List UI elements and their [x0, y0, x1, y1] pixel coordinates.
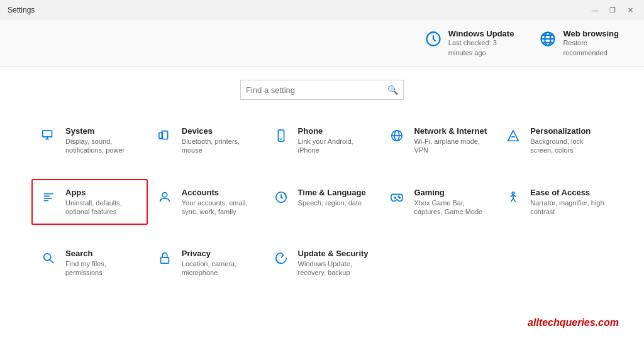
search-text: Search Find my files, permissions [65, 249, 140, 278]
header-strip: Windows Update Last checked: 3minutes ag… [0, 20, 644, 67]
time-language-icon [272, 189, 291, 208]
devices-text: Devices Bluetooth, printers, mouse [182, 126, 257, 155]
maximize-button[interactable]: ❐ [606, 4, 619, 16]
gaming-desc: Xbox Game Bar, captures, Game Mode [414, 198, 489, 217]
accounts-desc: Your accounts, email, sync, work, family [182, 198, 257, 217]
personalization-icon [504, 127, 523, 147]
update-security-title: Update & Security [298, 249, 373, 258]
ease-of-access-desc: Narrator, magnifier, high contrast [530, 198, 605, 217]
setting-time-language[interactable]: Time & Language Speech, region, date [264, 179, 380, 225]
phone-title: Phone [298, 126, 373, 136]
privacy-desc: Location, camera, microphone [182, 259, 257, 278]
ease-of-access-title: Ease of Access [530, 188, 605, 197]
windows-update-icon [425, 30, 442, 52]
setting-personalization[interactable]: Personalization Background, lock screen,… [496, 117, 613, 164]
system-icon [39, 127, 58, 147]
setting-update-security[interactable]: Update & Security Windows Update, recove… [264, 240, 380, 286]
svg-point-26 [399, 197, 400, 198]
ease-of-access-icon [504, 189, 523, 208]
window-title: Settings [8, 6, 35, 14]
main-content: 🔍 System Display, sound, notifications, … [0, 67, 644, 341]
search-icon: 🔍 [387, 85, 398, 95]
setting-privacy[interactable]: Privacy Location, camera, microphone [148, 240, 264, 286]
time-language-desc: Speech, region, date [298, 198, 366, 207]
svg-rect-30 [160, 257, 169, 263]
setting-ease-of-access[interactable]: Ease of Access Narrator, magnifier, high… [496, 179, 613, 225]
system-title: System [65, 126, 140, 136]
setting-devices[interactable]: Devices Bluetooth, printers, mouse [148, 117, 264, 164]
search-box[interactable]: 🔍 [240, 80, 404, 100]
svg-rect-6 [43, 131, 52, 137]
system-desc: Display, sound, notifications, power [65, 137, 140, 155]
setting-apps[interactable]: Apps Uninstall, defaults, optional featu… [31, 179, 148, 225]
title-bar: Settings — ❐ ✕ [0, 0, 644, 20]
apps-title: Apps [65, 188, 140, 197]
web-browsing-item[interactable]: Web browsing Restorerecommended [539, 29, 619, 58]
svg-line-29 [50, 260, 54, 264]
window-controls: — ❐ ✕ [589, 4, 636, 16]
web-browsing-text: Web browsing Restorerecommended [563, 29, 619, 58]
update-security-text: Update & Security Windows Update, recove… [298, 249, 373, 278]
network-title: Network & Internet [414, 126, 489, 136]
privacy-icon [155, 250, 174, 269]
gaming-title: Gaming [414, 188, 489, 197]
svg-point-21 [162, 192, 167, 197]
gaming-icon [387, 189, 406, 208]
phone-text: Phone Link your Android, iPhone [298, 126, 373, 155]
accounts-title: Accounts [182, 188, 257, 197]
apps-icon [39, 189, 58, 208]
personalization-text: Personalization Background, lock screen,… [530, 126, 605, 155]
personalization-title: Personalization [530, 126, 605, 136]
gaming-text: Gaming Xbox Game Bar, captures, Game Mod… [414, 188, 489, 217]
system-text: System Display, sound, notifications, po… [65, 126, 140, 155]
privacy-text: Privacy Location, camera, microphone [182, 249, 257, 278]
update-security-desc: Windows Update, recovery, backup [298, 259, 373, 278]
accounts-icon [155, 189, 174, 208]
svg-point-27 [512, 192, 514, 194]
windows-update-sublabel: Last checked: 3minutes ago [448, 38, 514, 58]
network-icon [387, 127, 406, 147]
setting-network[interactable]: Network & Internet Wi-Fi, airplane mode,… [380, 117, 496, 164]
update-security-icon [272, 250, 291, 269]
time-language-text: Time & Language Speech, region, date [298, 188, 366, 207]
accounts-text: Accounts Your accounts, email, sync, wor… [182, 188, 257, 217]
setting-phone[interactable]: Phone Link your Android, iPhone [264, 117, 380, 164]
devices-title: Devices [182, 126, 257, 136]
network-text: Network & Internet Wi-Fi, airplane mode,… [414, 126, 489, 155]
web-browsing-label: Web browsing [563, 29, 619, 38]
settings-grid: System Display, sound, notifications, po… [31, 117, 613, 286]
phone-desc: Link your Android, iPhone [298, 137, 373, 155]
apps-desc: Uninstall, defaults, optional features [65, 198, 140, 217]
svg-rect-12 [278, 130, 284, 141]
network-desc: Wi-Fi, airplane mode, VPN [414, 137, 489, 155]
search-title: Search [65, 249, 140, 258]
apps-text: Apps Uninstall, defaults, optional featu… [65, 188, 140, 217]
svg-point-28 [44, 254, 51, 261]
search-setting-icon [39, 250, 58, 269]
phone-icon [272, 127, 291, 147]
svg-point-25 [398, 196, 399, 197]
devices-icon [155, 127, 174, 147]
personalization-desc: Background, lock screen, colors [530, 137, 605, 155]
setting-accounts[interactable]: Accounts Your accounts, email, sync, wor… [148, 179, 264, 225]
setting-gaming[interactable]: Gaming Xbox Game Bar, captures, Game Mod… [380, 179, 496, 225]
search-desc: Find my files, permissions [65, 259, 140, 278]
devices-desc: Bluetooth, printers, mouse [182, 137, 257, 155]
minimize-button[interactable]: — [589, 4, 601, 16]
watermark: alltechqueries.com [528, 317, 619, 328]
windows-update-item[interactable]: Windows Update Last checked: 3minutes ag… [425, 29, 514, 58]
close-button[interactable]: ✕ [624, 4, 636, 16]
setting-search[interactable]: Search Find my files, permissions [31, 240, 148, 286]
windows-update-label: Windows Update [448, 29, 514, 38]
web-browsing-sublabel: Restorerecommended [563, 38, 619, 58]
search-input[interactable] [246, 85, 387, 95]
time-language-title: Time & Language [298, 188, 366, 197]
privacy-title: Privacy [182, 249, 257, 258]
web-browsing-icon [539, 30, 557, 52]
setting-system[interactable]: System Display, sound, notifications, po… [31, 117, 148, 164]
search-container: 🔍 [31, 80, 613, 100]
ease-of-access-text: Ease of Access Narrator, magnifier, high… [530, 188, 605, 217]
windows-update-text: Windows Update Last checked: 3minutes ag… [448, 29, 514, 58]
